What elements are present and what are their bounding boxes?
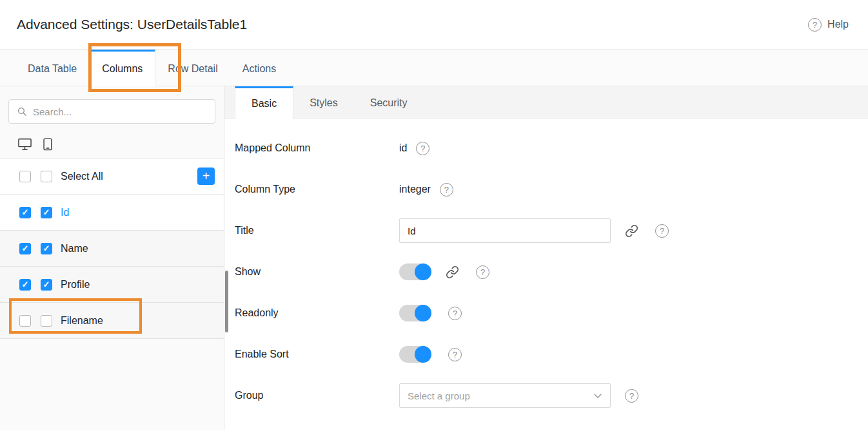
profile-desktop-checkbox[interactable] (19, 279, 31, 291)
column-row-profile[interactable]: Profile (0, 267, 224, 303)
readonly-row: Readonly (235, 292, 868, 334)
help-question-icon (808, 18, 822, 32)
columns-sidebar: Select All Id Name Profile (0, 86, 224, 430)
sidebar-scrollbar[interactable] (225, 271, 228, 332)
column-type-help-icon[interactable] (440, 183, 453, 196)
mapped-column-label: Mapped Column (235, 142, 399, 154)
mobile-icon (42, 138, 54, 151)
profile-mobile-checkbox[interactable] (41, 279, 52, 291)
search-input[interactable] (33, 106, 207, 117)
tab-basic[interactable]: Basic (235, 86, 293, 119)
title-row: Title (235, 210, 868, 251)
tab-columns[interactable]: Columns (89, 50, 155, 86)
column-type-label: Column Type (235, 184, 399, 195)
column-label-name: Name (61, 243, 88, 254)
search-area (0, 86, 224, 130)
visibility-header-row (0, 130, 224, 158)
column-detail-panel: Basic Styles Security Mapped Column id C… (224, 86, 868, 430)
readonly-help-icon[interactable] (448, 307, 462, 320)
readonly-toggle-knob (415, 305, 431, 321)
header: Advanced Settings: UserDetailsTable1 Hel… (0, 0, 868, 50)
select-all-label: Select All (61, 171, 103, 182)
filename-mobile-checkbox[interactable] (41, 315, 52, 327)
id-desktop-checkbox[interactable] (19, 207, 31, 218)
sidebar-empty-area (0, 339, 224, 430)
mapped-column-help-icon[interactable] (416, 142, 429, 155)
name-desktop-checkbox[interactable] (19, 243, 31, 254)
group-select-placeholder: Select a group (408, 390, 470, 401)
show-toggle[interactable] (399, 263, 431, 280)
tab-data-table[interactable]: Data Table (15, 50, 89, 86)
filename-desktop-checkbox[interactable] (19, 315, 31, 327)
mapped-column-value: id (399, 142, 407, 154)
column-row-name[interactable]: Name (0, 231, 224, 267)
detail-tabbar: Basic Styles Security (224, 86, 868, 119)
column-row-filename[interactable]: Filename (0, 303, 224, 339)
mapped-column-row: Mapped Column id (235, 128, 868, 169)
title-label: Title (235, 225, 399, 236)
basic-settings-form: Mapped Column id Column Type integer Tit… (224, 119, 868, 416)
desktop-icon (17, 138, 32, 151)
column-type-value: integer (399, 184, 431, 195)
chevron-down-icon (593, 392, 602, 399)
group-help-icon[interactable] (625, 389, 638, 403)
select-all-desktop-checkbox[interactable] (19, 171, 31, 182)
column-label-id: Id (61, 207, 69, 218)
id-mobile-checkbox[interactable] (41, 207, 52, 218)
search-icon (17, 106, 27, 117)
name-mobile-checkbox[interactable] (41, 243, 52, 254)
enable-sort-label: Enable Sort (235, 349, 399, 360)
add-column-button[interactable] (197, 168, 215, 185)
title-input[interactable] (399, 218, 611, 243)
enable-sort-row: Enable Sort (235, 334, 868, 375)
show-label: Show (235, 266, 399, 278)
search-box[interactable] (8, 99, 215, 124)
tab-row-detail[interactable]: Row Detail (155, 50, 230, 86)
advanced-settings-dialog: Advanced Settings: UserDetailsTable1 Hel… (0, 0, 868, 431)
show-toggle-knob (415, 263, 431, 280)
settings-tabbar: Data Table Columns Row Detail Actions (0, 50, 868, 86)
show-help-icon[interactable] (476, 265, 489, 279)
readonly-label: Readonly (235, 307, 399, 319)
help-button[interactable]: Help (808, 18, 849, 32)
title-bind-link-icon[interactable] (625, 224, 638, 238)
group-select[interactable]: Select a group (399, 383, 611, 408)
column-row-id[interactable]: Id (0, 195, 224, 231)
enable-sort-toggle-knob (415, 346, 431, 363)
readonly-toggle[interactable] (399, 305, 431, 321)
show-bind-link-icon[interactable] (446, 265, 459, 279)
column-type-row: Column Type integer (235, 169, 868, 210)
column-label-profile: Profile (61, 279, 90, 291)
page-title: Advanced Settings: UserDetailsTable1 (17, 17, 247, 32)
help-label: Help (827, 19, 849, 30)
group-row: Group Select a group (235, 375, 868, 416)
show-row: Show (235, 251, 868, 292)
title-help-icon[interactable] (655, 224, 669, 238)
group-label: Group (235, 390, 399, 401)
tab-security[interactable]: Security (354, 86, 424, 118)
select-all-row[interactable]: Select All (0, 158, 224, 195)
select-all-mobile-checkbox[interactable] (41, 171, 52, 182)
column-label-filename: Filename (61, 315, 103, 327)
tab-styles[interactable]: Styles (293, 86, 354, 118)
tab-actions[interactable]: Actions (230, 50, 288, 86)
enable-sort-help-icon[interactable] (448, 348, 462, 361)
enable-sort-toggle[interactable] (399, 346, 431, 363)
